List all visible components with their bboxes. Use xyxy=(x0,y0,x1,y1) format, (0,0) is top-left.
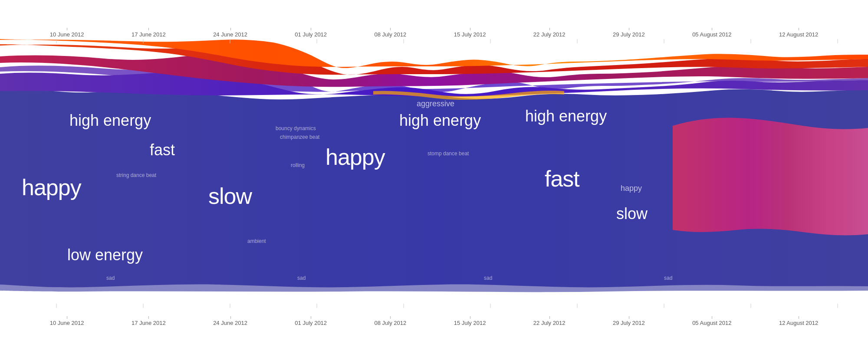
tick-top-4: 08 July 2012 xyxy=(375,31,407,38)
tick-top-7: 29 July 2012 xyxy=(613,31,645,38)
tick-top-9: 12 August 2012 xyxy=(779,31,818,38)
label-happy-center: happy xyxy=(326,144,385,170)
label-high-energy-right: high energy xyxy=(399,111,481,129)
label-slow-right: slow xyxy=(616,205,648,223)
tick-bot-1: 17 June 2012 xyxy=(132,320,166,326)
label-bouncy-dynamics: bouncy dynamics xyxy=(276,125,316,131)
label-string-dance: string dance beat xyxy=(116,172,157,178)
tick-top-3: 01 July 2012 xyxy=(295,31,327,38)
stream-chart: happy high energy fast low energy slow h… xyxy=(0,39,868,308)
label-low-energy: low energy xyxy=(67,246,143,264)
tick-top-5: 15 July 2012 xyxy=(454,31,486,38)
tick-bot-6: 22 July 2012 xyxy=(533,320,566,326)
tick-bot-9: 12 August 2012 xyxy=(779,320,818,326)
tick-bot-5: 15 July 2012 xyxy=(454,320,486,326)
tick-bot-2: 24 June 2012 xyxy=(213,320,247,326)
layer-right-pink xyxy=(673,118,868,236)
tick-bot-7: 29 July 2012 xyxy=(613,320,645,326)
tick-top-1: 17 June 2012 xyxy=(132,31,166,38)
label-sad-1: sad xyxy=(106,275,115,281)
tick-top-2: 24 June 2012 xyxy=(213,31,247,38)
label-ambient: ambient xyxy=(247,238,266,244)
label-high-energy-far-right: high energy xyxy=(525,107,607,125)
label-happy-far-right: happy xyxy=(621,184,642,193)
tick-bot-4: 08 July 2012 xyxy=(375,320,407,326)
tick-top-0: 10 June 2012 xyxy=(50,31,84,38)
label-sad-2: sad xyxy=(297,275,306,281)
label-stomp-dance: stomp dance beat xyxy=(427,151,469,157)
tick-top-6: 22 July 2012 xyxy=(533,31,566,38)
tick-bot-0: 10 June 2012 xyxy=(50,320,84,326)
timeline-top: 10 June 2012 17 June 2012 24 June 2012 0… xyxy=(0,31,868,38)
tick-top-8: 05 August 2012 xyxy=(692,31,731,38)
tick-bot-8: 05 August 2012 xyxy=(692,320,731,326)
timeline-bottom: 10 June 2012 17 June 2012 24 June 2012 0… xyxy=(0,320,868,326)
label-happy-left: happy xyxy=(22,175,82,200)
label-rolling: rolling xyxy=(291,162,305,168)
label-fast-right: fast xyxy=(545,166,580,191)
label-sad-3: sad xyxy=(484,275,492,281)
label-chimp-beat: chimpanzee beat xyxy=(280,134,320,140)
label-slow-mid: slow xyxy=(208,183,252,209)
label-aggressive: aggressive xyxy=(417,99,454,108)
label-high-energy-left: high energy xyxy=(69,111,151,129)
label-sad-4: sad xyxy=(664,275,672,281)
visualization-container: 10 June 2012 17 June 2012 24 June 2012 0… xyxy=(0,0,868,347)
label-fast-mid: fast xyxy=(150,141,175,159)
tick-bot-3: 01 July 2012 xyxy=(295,320,327,326)
